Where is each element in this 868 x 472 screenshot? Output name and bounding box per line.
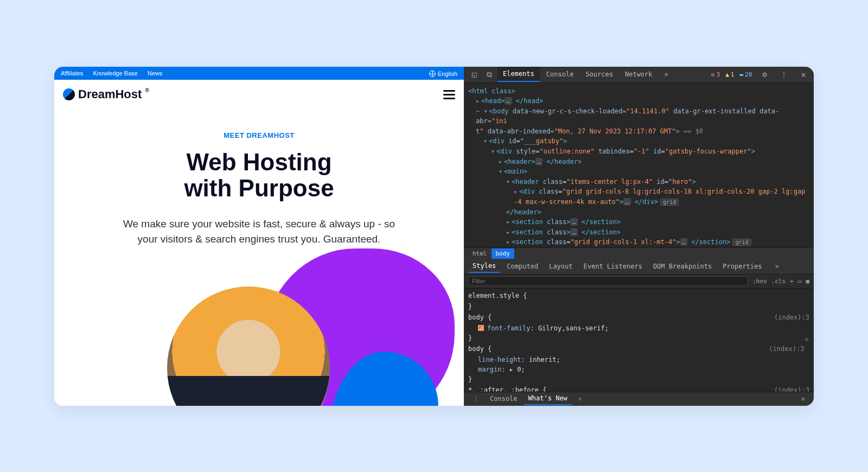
drawer-tab-close-icon[interactable]: ✕ bbox=[574, 393, 586, 405]
styles-pane[interactable]: element.style { } body {(index):3 font-f… bbox=[464, 289, 814, 392]
close-icon[interactable]: ✕ bbox=[796, 69, 810, 80]
tab-elements[interactable]: Elements bbox=[497, 67, 540, 82]
drawer-console[interactable]: Console bbox=[486, 393, 522, 405]
hero-title: Web Hosting with Purpose bbox=[54, 149, 464, 202]
inspect-icon[interactable]: ◱ bbox=[467, 70, 481, 79]
cls-toggle[interactable]: .cls bbox=[771, 278, 786, 285]
hov-toggle[interactable]: :hov bbox=[752, 278, 767, 285]
website-pane: Affiliates Knowledge Base News English D… bbox=[54, 67, 464, 406]
hero-section: MEET DREAMHOST Web Hosting with Purpose … bbox=[54, 110, 464, 247]
drawer-whatsnew[interactable]: What's New bbox=[524, 392, 572, 405]
devtools-pane: ◱ ⧉ Elements Console Sources Network » ⊘… bbox=[464, 67, 814, 406]
device-frame-icon[interactable]: ▭ bbox=[798, 278, 802, 285]
subtab-more[interactable]: » bbox=[771, 260, 783, 272]
settings-icon[interactable]: ⚙ bbox=[757, 70, 771, 79]
warning-count[interactable]: ▲ 1 bbox=[725, 71, 734, 78]
subtab-eventlisteners[interactable]: Event Listeners bbox=[579, 260, 647, 272]
globe-icon bbox=[429, 71, 436, 77]
topbar-link-affiliates[interactable]: Affiliates bbox=[61, 70, 83, 76]
styles-filterbar: :hov .cls + ▭ ▣ bbox=[464, 275, 814, 289]
drawer-close-icon[interactable]: ✕ bbox=[797, 393, 809, 405]
logo[interactable]: DreamHost ® bbox=[63, 87, 149, 101]
subtab-computed[interactable]: Computed bbox=[502, 260, 542, 272]
new-style-icon[interactable]: + bbox=[790, 278, 794, 285]
topbar-link-kb[interactable]: Knowledge Base bbox=[93, 70, 138, 76]
subtab-layout[interactable]: Layout bbox=[545, 260, 577, 272]
topbar-link-news[interactable]: News bbox=[148, 70, 163, 76]
menu-button[interactable] bbox=[443, 88, 455, 101]
error-count[interactable]: ⊘ 3 bbox=[711, 71, 720, 78]
dom-tree[interactable]: <html class> ▸<head>… </head> ⋯ ▾<body d… bbox=[464, 83, 814, 247]
subtab-properties[interactable]: Properties bbox=[718, 260, 766, 272]
subtab-dombreakpoints[interactable]: DOM Breakpoints bbox=[649, 260, 716, 272]
kebab-icon[interactable]: ⋮ bbox=[777, 70, 791, 79]
info-count[interactable]: ▬ 28 bbox=[739, 71, 752, 78]
styles-tabbar: Styles Computed Layout Event Listeners D… bbox=[464, 259, 814, 275]
devtools-tabbar: ◱ ⧉ Elements Console Sources Network » ⊘… bbox=[464, 67, 814, 83]
box-model-icon[interactable]: ▣ bbox=[806, 278, 809, 285]
breadcrumb-trail[interactable]: html body bbox=[464, 247, 814, 259]
hero-subtitle: We make sure your website is fast, secur… bbox=[54, 216, 464, 246]
subtab-styles[interactable]: Styles bbox=[468, 260, 500, 273]
bc-html[interactable]: html bbox=[468, 248, 492, 259]
tab-sources[interactable]: Sources bbox=[580, 67, 618, 81]
hero-artwork bbox=[107, 254, 411, 406]
drawer-tabbar: ⋮ Console What's New ✕ ✕ bbox=[464, 392, 814, 406]
bc-body[interactable]: body bbox=[492, 248, 515, 259]
main-nav: DreamHost ® bbox=[54, 80, 464, 110]
utility-nav: Affiliates Knowledge Base News English bbox=[54, 67, 464, 80]
hero-eyebrow: MEET DREAMHOST bbox=[54, 131, 464, 139]
tab-network[interactable]: Network bbox=[620, 67, 658, 81]
tab-more[interactable]: » bbox=[659, 67, 674, 81]
styles-filter-input[interactable] bbox=[468, 276, 748, 286]
language-selector[interactable]: English bbox=[429, 69, 457, 77]
tab-console[interactable]: Console bbox=[541, 67, 579, 81]
logo-mark-icon bbox=[63, 88, 75, 100]
device-mode-icon[interactable]: ⧉ bbox=[482, 70, 496, 79]
